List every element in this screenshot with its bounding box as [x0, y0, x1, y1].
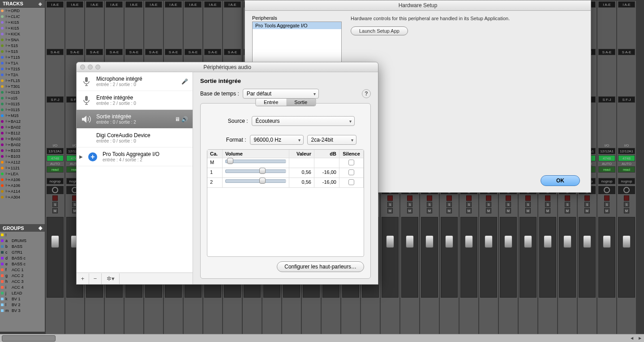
record-button[interactable] — [407, 195, 412, 201]
send-slot[interactable]: S A-E — [224, 49, 241, 55]
track-row[interactable]: ⊩▸ T215 — [0, 66, 45, 72]
zoom-icon[interactable] — [95, 65, 100, 69]
clock-source-select[interactable]: Par défaut — [243, 89, 319, 99]
fader-knob[interactable] — [603, 235, 611, 248]
solo-button[interactable]: S — [525, 202, 531, 207]
close-icon[interactable] — [80, 65, 85, 69]
track-arrow-icon[interactable]: ⊩▸ — [5, 26, 9, 30]
tab-input[interactable]: Entrée — [256, 99, 286, 106]
solo-button[interactable]: S — [447, 202, 452, 207]
io-slot[interactable]: 12/12A1 — [618, 148, 635, 154]
group-assign[interactable]: nogrop — [618, 178, 635, 184]
record-button[interactable] — [466, 195, 472, 201]
track-arrow-icon[interactable]: ⊩▸ — [5, 32, 9, 36]
fader-knob[interactable] — [504, 235, 512, 248]
disclosure-triangle-icon[interactable]: ▶ — [79, 154, 83, 159]
mute-button[interactable]: M — [525, 208, 531, 213]
mute-button[interactable]: M — [584, 208, 590, 213]
group-row[interactable]: d BASS c — [0, 255, 45, 261]
track-arrow-icon[interactable]: ⊩▸ — [5, 9, 9, 13]
scrollbar-thumb[interactable] — [2, 335, 56, 342]
slider-thumb[interactable] — [259, 177, 266, 184]
volume-slider[interactable] — [225, 169, 286, 173]
track-row[interactable]: ⊩▸ BA02 — [0, 142, 45, 147]
insert-slot[interactable]: I A-E — [165, 1, 182, 8]
fader-knob[interactable] — [406, 235, 414, 248]
track-row[interactable]: ⊩▸ KI15 — [0, 19, 45, 25]
solo-button[interactable]: S — [466, 202, 472, 207]
track-arrow-icon[interactable]: ⊩▸ — [5, 108, 9, 112]
track-arrow-icon[interactable]: ⊩▸ — [5, 189, 9, 193]
fader-knob[interactable] — [386, 235, 394, 248]
track-arrow-icon[interactable]: ⊩▸ — [5, 43, 9, 48]
launch-setup-app-button[interactable]: Launch Setup App — [351, 26, 408, 35]
chevron-down-icon[interactable]: ◈ — [39, 1, 42, 6]
mute-button[interactable]: M — [427, 208, 432, 213]
track-arrow-icon[interactable]: ⊩▸ — [5, 38, 9, 42]
mute-checkbox[interactable] — [348, 160, 354, 165]
track-arrow-icon[interactable]: ⊩▸ — [5, 49, 9, 53]
format-hz-select[interactable]: 96000,0 Hz — [250, 135, 304, 145]
value-cell[interactable] — [289, 158, 314, 168]
track-arrow-icon[interactable]: ⊩▸ — [5, 20, 9, 24]
device-item[interactable]: Sortie intégrée entrée : 0 / sortie : 2 … — [77, 110, 193, 129]
fader-knob[interactable] — [583, 235, 591, 248]
fader-knob[interactable] — [485, 235, 493, 248]
fader-track[interactable] — [421, 217, 438, 298]
group-row[interactable]: k BV 1 — [0, 296, 45, 302]
add-device-button[interactable]: + — [77, 273, 89, 284]
fader-knob[interactable] — [623, 235, 631, 248]
track-arrow-icon[interactable]: ⊩▸ — [5, 154, 9, 158]
track-arrow-icon[interactable]: ⊩▸ — [5, 148, 9, 152]
track-row[interactable]: ⊩▸ KI15 — [0, 25, 45, 31]
volume-slider[interactable] — [225, 160, 286, 163]
track-row[interactable]: ⊩▸ S15 — [0, 43, 45, 48]
record-button[interactable] — [427, 195, 432, 201]
track-row[interactable]: ⊩▸ T2A — [0, 72, 45, 78]
device-item[interactable]: Entrée intégrée entrée : 2 / sortie : 0 — [77, 91, 193, 110]
track-arrow-icon[interactable]: ⊩▸ — [5, 177, 9, 182]
solo-button[interactable]: S — [387, 202, 393, 207]
track-row[interactable]: ⊩▸ 1121 — [0, 165, 45, 171]
insert-slot[interactable]: I A-E — [86, 1, 103, 8]
send-slot[interactable]: S A-E — [145, 49, 162, 55]
fader-track[interactable] — [559, 217, 576, 298]
fader-track[interactable] — [460, 217, 477, 298]
send-slot[interactable]: S A-E — [86, 49, 103, 55]
fader-knob[interactable] — [524, 235, 532, 248]
insert-slot[interactable]: I A-E — [47, 1, 64, 8]
mute-button[interactable]: M — [407, 208, 412, 213]
track-arrow-icon[interactable]: ⊩▸ — [5, 166, 9, 170]
fader-knob[interactable] — [563, 235, 571, 248]
fader-track[interactable] — [47, 217, 64, 298]
value-cell[interactable]: 0,56 — [289, 178, 314, 187]
device-item[interactable]: Digi CoreAudio Device entrée : 0 / sorti… — [77, 129, 193, 147]
db-cell[interactable]: -16,00 — [314, 168, 339, 177]
fader-knob[interactable] — [425, 235, 434, 248]
insert-slot[interactable]: I A-E — [618, 1, 635, 8]
send-slot[interactable]: S A-E — [66, 49, 83, 55]
configure-speakers-button[interactable]: Configurer les haut-parleurs… — [277, 261, 364, 272]
insert-slot[interactable]: I A-E — [185, 1, 202, 8]
track-arrow-icon[interactable]: ⊩▸ — [5, 84, 9, 88]
solo-button[interactable]: S — [506, 202, 511, 207]
track-row[interactable]: ⊩▸ 0115 — [0, 107, 45, 113]
audio-devices-titlebar[interactable]: Périphériques audio — [77, 62, 378, 72]
track-row[interactable]: ⊩▸ M15 — [0, 113, 45, 118]
group-row[interactable]: c GTR1 — [0, 249, 45, 255]
solo-button[interactable]: S — [427, 202, 432, 207]
track-row[interactable]: ⊩▸ 0115 — [0, 101, 45, 107]
slider-thumb[interactable] — [259, 168, 266, 174]
group-row[interactable]: i ACC 4 — [0, 284, 45, 290]
automation-mode[interactable]: read — [47, 166, 64, 173]
track-arrow-icon[interactable]: ⊩▸ — [5, 55, 9, 59]
track-arrow-icon[interactable]: ⊩▸ — [5, 137, 9, 141]
track-arrow-icon[interactable]: ⊩▸ — [5, 96, 9, 100]
track-arrow-icon[interactable]: ⊩▸ — [5, 119, 9, 123]
group-row[interactable]: m BV 3 — [0, 307, 45, 313]
fader-knob[interactable] — [445, 235, 453, 248]
solo-button[interactable]: S — [604, 202, 610, 207]
format-bits-select[interactable]: 2ca-24bit — [307, 135, 356, 145]
group-row[interactable]: g ACC 2 — [0, 273, 45, 278]
track-row[interactable]: ⊩▸ o15 — [0, 95, 45, 101]
